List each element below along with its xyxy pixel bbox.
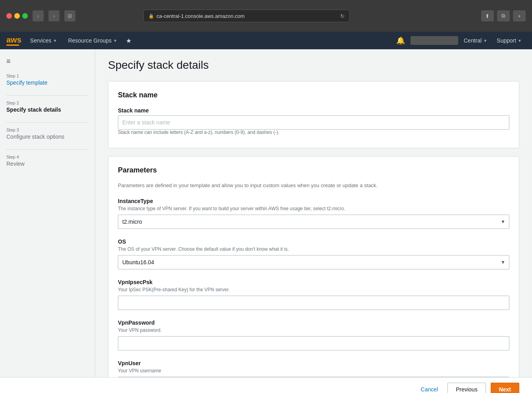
os-select[interactable]: Ubuntu16.04 Ubuntu18.04 CentOS7 bbox=[118, 255, 509, 269]
stack-name-input[interactable] bbox=[118, 115, 509, 130]
vpn-user-input[interactable] bbox=[118, 377, 509, 377]
back-button[interactable]: ‹ bbox=[33, 10, 44, 21]
main-container: ≡ Step 1 Specify template Step 2 Specify… bbox=[0, 49, 532, 377]
notifications-icon[interactable]: 🔔 bbox=[392, 36, 409, 45]
step3-title: Configure stack options bbox=[6, 134, 89, 140]
maximize-button[interactable] bbox=[22, 13, 28, 19]
parameters-description: Parameters are defined in your template … bbox=[118, 182, 509, 188]
os-select-wrapper: Ubuntu16.04 Ubuntu18.04 CentOS7 ▼ bbox=[118, 255, 509, 269]
aws-logo[interactable]: aws bbox=[6, 36, 21, 46]
sidebar-menu-icon[interactable]: ≡ bbox=[6, 57, 89, 66]
step3-divider bbox=[6, 149, 89, 150]
previous-button[interactable]: Previous bbox=[447, 383, 486, 393]
next-button[interactable]: Next bbox=[491, 383, 519, 393]
step4-title: Review bbox=[6, 161, 89, 167]
parameters-card: Parameters Parameters are defined in you… bbox=[108, 156, 519, 377]
vpn-password-label: VpnPassword bbox=[118, 319, 509, 326]
os-hint: The OS of your VPN server. Choose the de… bbox=[118, 246, 509, 252]
vpn-password-input[interactable] bbox=[118, 336, 509, 350]
resource-groups-chevron-icon: ▼ bbox=[113, 39, 117, 43]
step2-label: Step 2 bbox=[6, 101, 89, 105]
vpn-user-group: VpnUser Your VPN username bbox=[118, 360, 509, 377]
step1-label: Step 1 bbox=[6, 74, 89, 78]
support-chevron-icon: ▼ bbox=[518, 39, 522, 43]
instance-type-group: InstanceType The instance type of VPN se… bbox=[118, 198, 509, 229]
vpn-ipsec-psk-label: VpnIpsecPsk bbox=[118, 279, 509, 285]
forward-button[interactable]: › bbox=[48, 10, 60, 21]
url-text: ca-central-1.console.aws.amazon.com bbox=[156, 13, 245, 19]
step2-title: Specify stack details bbox=[6, 106, 89, 113]
instance-type-select-wrapper: t2.micro t2.small t2.medium t3.micro ▼ bbox=[118, 215, 509, 229]
stack-name-hint: Stack name can include letters (A-Z and … bbox=[118, 130, 509, 135]
sidebar: ≡ Step 1 Specify template Step 2 Specify… bbox=[0, 49, 95, 377]
services-label: Services bbox=[30, 37, 52, 44]
browser-chrome: ‹ › ⊞ 🔒 ca-central-1.console.aws.amazon.… bbox=[0, 0, 532, 32]
resource-groups-label: Resource Groups bbox=[68, 37, 112, 44]
instance-type-select[interactable]: t2.micro t2.small t2.medium t3.micro bbox=[118, 215, 509, 229]
sidebar-item-step1[interactable]: Step 1 Specify template bbox=[6, 74, 89, 86]
aws-navbar: aws Services ▼ Resource Groups ▼ ★ 🔔 Cen… bbox=[0, 32, 532, 49]
os-label: OS bbox=[118, 238, 509, 245]
page-title: Specify stack details bbox=[108, 59, 519, 72]
new-tab-button[interactable]: ⧉ bbox=[497, 10, 510, 21]
step2-divider bbox=[6, 122, 89, 123]
nav-resource-groups[interactable]: Resource Groups ▼ bbox=[62, 32, 123, 49]
stack-name-card: Stack name Stack name Stack name can inc… bbox=[108, 81, 519, 148]
parameters-card-title: Parameters bbox=[118, 166, 509, 174]
step4-label: Step 4 bbox=[6, 155, 89, 159]
reload-icon[interactable]: ↻ bbox=[340, 13, 345, 19]
browser-actions: ⬆ ⧉ + bbox=[481, 10, 526, 21]
instance-type-hint: The instance type of VPN server. If you … bbox=[118, 206, 509, 211]
nav-support[interactable]: Support ▼ bbox=[493, 32, 526, 49]
vpn-ipsec-psk-hint: Your IpSec PSK(Pre-shared Key) for the V… bbox=[118, 287, 509, 292]
vpn-user-label: VpnUser bbox=[118, 360, 509, 366]
minimize-button[interactable] bbox=[14, 13, 20, 19]
sidebar-item-step2[interactable]: Step 2 Specify stack details bbox=[6, 101, 89, 113]
sidebar-item-step4[interactable]: Step 4 Review bbox=[6, 155, 89, 167]
lock-icon: 🔒 bbox=[148, 14, 154, 19]
vpn-ipsec-psk-input[interactable] bbox=[118, 296, 509, 310]
sidebar-toggle-button[interactable]: ⊞ bbox=[64, 10, 75, 21]
add-button[interactable]: + bbox=[513, 10, 526, 21]
vpn-password-hint: Your VPN password. bbox=[118, 327, 509, 333]
step1-title: Specify template bbox=[6, 79, 89, 86]
footer-action-bar: Cancel Previous Next bbox=[0, 377, 532, 393]
support-label: Support bbox=[497, 37, 516, 44]
share-button[interactable]: ⬆ bbox=[481, 10, 494, 21]
sidebar-item-step3[interactable]: Step 3 Configure stack options bbox=[6, 128, 89, 140]
stack-name-card-title: Stack name bbox=[118, 91, 509, 99]
step1-divider bbox=[6, 95, 89, 96]
vpn-ipsec-psk-group: VpnIpsecPsk Your IpSec PSK(Pre-shared Ke… bbox=[118, 279, 509, 310]
instance-type-label: InstanceType bbox=[118, 198, 509, 204]
services-chevron-icon: ▼ bbox=[53, 39, 57, 43]
aws-logo-text: aws bbox=[6, 36, 21, 44]
cancel-button[interactable]: Cancel bbox=[416, 383, 443, 393]
close-button[interactable] bbox=[6, 13, 12, 19]
nav-region[interactable]: Central ▼ bbox=[460, 32, 491, 49]
nav-bookmarks-icon[interactable]: ★ bbox=[123, 37, 135, 45]
traffic-lights bbox=[6, 13, 28, 19]
os-group: OS The OS of your VPN server. Choose the… bbox=[118, 238, 509, 269]
region-label: Central bbox=[464, 37, 482, 44]
vpn-user-hint: Your VPN username bbox=[118, 368, 509, 374]
vpn-password-group: VpnPassword Your VPN password. bbox=[118, 319, 509, 350]
nav-user-placeholder[interactable] bbox=[411, 36, 458, 45]
nav-services[interactable]: Services ▼ bbox=[25, 32, 63, 49]
nav-right: 🔔 Central ▼ Support ▼ bbox=[392, 32, 526, 49]
stack-name-form-group: Stack name Stack name can include letter… bbox=[118, 107, 509, 135]
region-chevron-icon: ▼ bbox=[483, 39, 487, 43]
address-bar[interactable]: 🔒 ca-central-1.console.aws.amazon.com ↻ bbox=[143, 10, 350, 22]
aws-logo-underline bbox=[6, 45, 19, 46]
step3-label: Step 3 bbox=[6, 128, 89, 132]
content-area: Specify stack details Stack name Stack n… bbox=[95, 49, 532, 377]
stack-name-label: Stack name bbox=[118, 107, 509, 114]
